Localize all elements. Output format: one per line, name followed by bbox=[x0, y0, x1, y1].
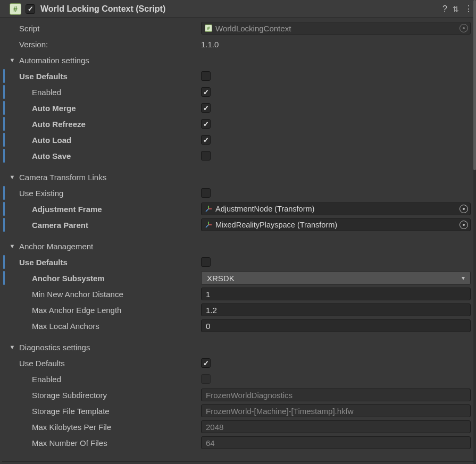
component-enabled-checkbox[interactable] bbox=[26, 4, 35, 14]
automation-automerge-checkbox[interactable] bbox=[201, 103, 211, 113]
anchor-section-label: Anchor Management bbox=[19, 242, 93, 251]
camera-adjustment-frame-row: Adjustment Frame AdjustmentNode (Transfo… bbox=[0, 201, 476, 217]
anchor-use-defaults-label: Use Defaults bbox=[19, 258, 201, 267]
anchor-use-defaults-row: Use Defaults bbox=[0, 254, 476, 270]
object-picker-icon[interactable] bbox=[460, 221, 468, 229]
camera-use-existing-row: Use Existing bbox=[0, 185, 476, 201]
help-icon[interactable]: ? bbox=[442, 4, 447, 14]
foldout-arrow-icon: ▼ bbox=[9, 243, 16, 249]
component-header[interactable]: # World Locking Context (Script) ? ⇅ ⋮ bbox=[0, 0, 476, 18]
automation-autoload-row: Auto Load bbox=[0, 132, 476, 148]
anchor-foldout[interactable]: ▼ Anchor Management bbox=[0, 238, 476, 254]
camera-parent-label: Camera Parent bbox=[32, 221, 201, 230]
version-label: Version: bbox=[19, 40, 201, 49]
camera-parent-object-field[interactable]: MixedRealityPlayspace (Transform) bbox=[201, 218, 471, 231]
storage-file-template-label: Storage File Template bbox=[32, 407, 201, 416]
max-local-anchors-value: 0 bbox=[206, 322, 210, 331]
script-component-icon: # bbox=[10, 3, 21, 15]
camera-foldout[interactable]: ▼ Camera Transform Links bbox=[0, 169, 476, 185]
automation-autorefreeze-checkbox[interactable] bbox=[201, 119, 211, 129]
script-field-row: Script # WorldLockingContext bbox=[0, 20, 476, 36]
script-value: WorldLockingContext bbox=[215, 24, 291, 33]
object-picker-icon[interactable] bbox=[460, 24, 468, 32]
max-kilobytes-per-file-field: 2048 bbox=[201, 420, 471, 433]
transform-icon bbox=[205, 205, 212, 213]
adjustment-frame-object-field[interactable]: AdjustmentNode (Transform) bbox=[201, 203, 471, 215]
script-object-field[interactable]: # WorldLockingContext bbox=[201, 22, 471, 35]
component-title: World Locking Context (Script) bbox=[40, 4, 442, 14]
csharp-script-icon: # bbox=[205, 24, 212, 32]
max-number-of-files-label: Max Number Of Files bbox=[32, 438, 201, 448]
automation-use-defaults-row: Use Defaults bbox=[0, 68, 476, 84]
svg-line-2 bbox=[206, 209, 208, 212]
adjustment-frame-value: AdjustmentNode (Transform) bbox=[215, 205, 314, 213]
max-local-anchors-row: Max Local Anchors 0 bbox=[0, 318, 476, 334]
automation-foldout[interactable]: ▼ Automation settings bbox=[0, 52, 476, 68]
camera-use-existing-label: Use Existing bbox=[19, 189, 201, 198]
automation-enabled-label: Enabled bbox=[32, 88, 201, 97]
diagnostics-section-label: Diagnostics settings bbox=[19, 343, 90, 352]
anchor-use-defaults-checkbox[interactable] bbox=[201, 257, 211, 267]
component-footer-divider bbox=[2, 461, 474, 462]
diagnostics-enabled-checkbox bbox=[201, 374, 211, 384]
max-kilobytes-per-file-label: Max Kilobytes Per File bbox=[32, 423, 201, 432]
min-new-anchor-distance-field[interactable]: 1 bbox=[201, 288, 471, 300]
max-anchor-edge-length-row: Max Anchor Edge Length 1.2 bbox=[0, 302, 476, 318]
automation-autorefreeze-row: Auto Refreeze bbox=[0, 116, 476, 132]
storage-subdirectory-label: Storage Subdirectory bbox=[32, 391, 201, 400]
diagnostics-use-defaults-row: Use Defaults bbox=[0, 355, 476, 371]
svg-line-5 bbox=[206, 225, 208, 227]
storage-file-template-row: Storage File Template FrozenWorld-[Machi… bbox=[0, 403, 476, 419]
object-picker-icon[interactable] bbox=[460, 205, 468, 213]
automation-automerge-row: Auto Merge bbox=[0, 100, 476, 116]
storage-file-template-field: FrozenWorld-[Machine]-[Timestamp].hkfw bbox=[201, 404, 471, 417]
storage-subdirectory-value: FrozenWorldDiagnostics bbox=[206, 391, 293, 400]
kebab-menu-icon[interactable]: ⋮ bbox=[464, 4, 473, 14]
storage-file-template-value: FrozenWorld-[Machine]-[Timestamp].hkfw bbox=[206, 407, 354, 416]
min-new-anchor-distance-value: 1 bbox=[206, 290, 210, 299]
automation-enabled-checkbox[interactable] bbox=[201, 87, 211, 97]
anchor-subsystem-label: Anchor Subsystem bbox=[32, 274, 201, 283]
automation-use-defaults-label: Use Defaults bbox=[19, 72, 201, 81]
diagnostics-foldout[interactable]: ▼ Diagnostics settings bbox=[0, 339, 476, 355]
automation-autosave-row: Auto Save bbox=[0, 148, 476, 164]
max-local-anchors-field[interactable]: 0 bbox=[201, 319, 471, 332]
diagnostics-enabled-row: Enabled bbox=[0, 371, 476, 387]
diagnostics-enabled-label: Enabled bbox=[32, 375, 201, 384]
script-hash-glyph: # bbox=[13, 5, 18, 13]
diagnostics-use-defaults-checkbox[interactable] bbox=[201, 358, 211, 368]
max-kilobytes-per-file-row: Max Kilobytes Per File 2048 bbox=[0, 419, 476, 435]
automation-autoload-label: Auto Load bbox=[32, 136, 201, 145]
min-new-anchor-distance-label: Min New Anchor Distance bbox=[32, 290, 201, 299]
camera-parent-row: Camera Parent MixedRealityPlayspace (Tra… bbox=[0, 217, 476, 233]
storage-subdirectory-field: FrozenWorldDiagnostics bbox=[201, 389, 471, 401]
max-anchor-edge-length-value: 1.2 bbox=[206, 306, 217, 315]
automation-section-label: Automation settings bbox=[19, 56, 89, 65]
storage-subdirectory-row: Storage Subdirectory FrozenWorldDiagnost… bbox=[0, 387, 476, 403]
max-kilobytes-per-file-value: 2048 bbox=[206, 423, 223, 432]
max-anchor-edge-length-field[interactable]: 1.2 bbox=[201, 303, 471, 316]
inspector-component-panel: # World Locking Context (Script) ? ⇅ ⋮ S… bbox=[0, 0, 476, 464]
anchor-subsystem-row: Anchor Subsystem XRSDK bbox=[0, 270, 476, 286]
camera-use-existing-checkbox[interactable] bbox=[201, 188, 211, 198]
camera-adjustment-frame-label: Adjustment Frame bbox=[32, 205, 201, 214]
max-anchor-edge-length-label: Max Anchor Edge Length bbox=[32, 306, 201, 315]
automation-autosave-checkbox[interactable] bbox=[201, 151, 211, 161]
automation-autosave-label: Auto Save bbox=[32, 151, 201, 161]
max-number-of-files-row: Max Number Of Files 64 bbox=[0, 435, 476, 451]
anchor-subsystem-dropdown[interactable]: XRSDK bbox=[201, 271, 471, 285]
max-number-of-files-value: 64 bbox=[206, 438, 215, 448]
foldout-arrow-icon: ▼ bbox=[9, 174, 16, 180]
preset-icon[interactable]: ⇅ bbox=[453, 5, 459, 13]
transform-icon bbox=[205, 221, 212, 229]
camera-parent-value: MixedRealityPlayspace (Transform) bbox=[215, 221, 337, 229]
camera-section-label: Camera Transform Links bbox=[19, 173, 106, 182]
automation-use-defaults-checkbox[interactable] bbox=[201, 71, 211, 81]
component-header-actions: ? ⇅ ⋮ bbox=[442, 4, 473, 14]
min-new-anchor-distance-row: Min New Anchor Distance 1 bbox=[0, 286, 476, 302]
foldout-arrow-icon: ▼ bbox=[9, 57, 16, 63]
max-local-anchors-label: Max Local Anchors bbox=[32, 322, 201, 331]
automation-autoload-checkbox[interactable] bbox=[201, 135, 211, 145]
automation-automerge-label: Auto Merge bbox=[32, 104, 201, 113]
automation-autorefreeze-label: Auto Refreeze bbox=[32, 120, 201, 129]
